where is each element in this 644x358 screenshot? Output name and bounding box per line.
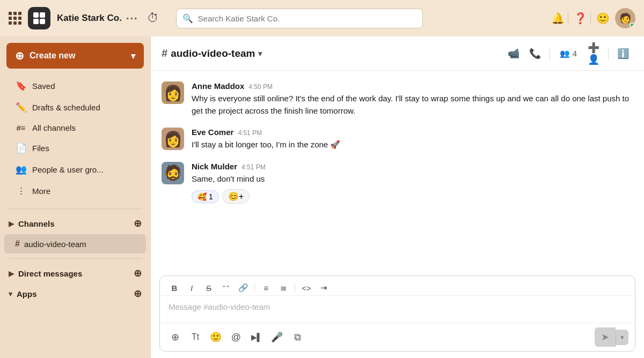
topbar-icons: 🔔 ❓ 🙂 🧑 <box>547 8 635 28</box>
reaction-love[interactable]: 🥰 1 <box>192 190 219 203</box>
message-3: 🧔 Nick Mulder 4:51 PM Same, don't mind u… <box>162 162 633 204</box>
messages-area: 👩 Anne Maddox 4:50 PM Why is everyone st… <box>151 71 644 275</box>
member-count[interactable]: 👥 4 <box>554 46 582 62</box>
message-content: Nick Mulder 4:51 PM Same, don't mind us … <box>192 162 633 204</box>
mention-icon[interactable]: @ <box>228 329 245 346</box>
send-button[interactable]: ➤ <box>595 327 616 347</box>
grid-icon[interactable] <box>9 12 21 25</box>
channel-name-heading: audio-video-team <box>171 48 255 59</box>
search-bar[interactable]: 🔍 <box>176 9 423 28</box>
online-indicator <box>630 23 635 28</box>
message-author: Nick Mulder <box>192 162 237 171</box>
edit-icon: ✏️ <box>15 102 27 113</box>
sidebar-item-audio-video-team[interactable]: # audio-video-team <box>4 234 146 253</box>
avatar[interactable]: 🧑 <box>615 8 635 28</box>
quote-button[interactable]: " " <box>218 280 234 295</box>
message-time: 4:51 PM <box>238 129 262 137</box>
sidebar-item-files[interactable]: 📄 Files <box>4 138 146 159</box>
emoji-icon[interactable]: 🙂 <box>592 8 613 28</box>
strikethrough-button[interactable]: S <box>201 280 217 295</box>
sidebar-item-saved[interactable]: 🔖 Saved <box>4 76 146 96</box>
chevron-down-icon: ▾ <box>131 51 135 61</box>
message-1: 👩 Anne Maddox 4:50 PM Why is everyone st… <box>162 81 633 117</box>
italic-button[interactable]: I <box>184 280 200 295</box>
message-reactions: 🥰 1 😊+ <box>192 189 633 204</box>
channels-label: Channels <box>18 219 55 228</box>
help-icon[interactable]: ❓ <box>570 8 590 28</box>
separator <box>608 47 609 60</box>
sidebar-item-people[interactable]: 👥 People & user gro... <box>4 159 146 180</box>
history-icon[interactable]: ⏱ <box>147 11 159 25</box>
sidebar-item-all-channels[interactable]: #≡ All channels <box>4 118 146 137</box>
divider <box>9 208 142 209</box>
avatar-nick: 🧔 <box>162 162 184 184</box>
apps-section[interactable]: ▾ Apps ⊕ <box>0 284 150 304</box>
message-author: Eve Comer <box>192 128 233 137</box>
code-button[interactable]: <> <box>298 280 314 295</box>
video-icon[interactable]: 📹 <box>503 43 524 64</box>
sidebar: ⊕ Create new ▾ 🔖 Saved ✏️ Drafts & sched… <box>0 36 150 358</box>
apps-label: Apps <box>17 289 37 299</box>
add-member-icon[interactable]: ➕👤 <box>583 43 604 64</box>
bold-button[interactable]: B <box>166 280 182 295</box>
message-author: Anne Maddox <box>192 81 244 91</box>
reaction-count: 1 <box>209 192 213 201</box>
info-icon[interactable]: ℹ️ <box>613 43 633 64</box>
app-logo[interactable] <box>28 7 50 29</box>
workspace-name[interactable]: Katie Stark Co. ··· <box>57 12 138 25</box>
add-reaction-button[interactable]: 😊+ <box>222 189 250 204</box>
message-input[interactable]: Message #audio-video-team <box>160 296 635 323</box>
message-composer: B I S " " 🔗 ≡ ≣ <> ⇥ Message #audio-vide… <box>159 275 635 352</box>
unordered-list-button[interactable]: ≣ <box>275 280 291 295</box>
add-channel-icon[interactable]: ⊕ <box>134 218 142 229</box>
separator <box>295 283 295 293</box>
message-time: 4:50 PM <box>248 83 273 91</box>
separator <box>550 47 550 60</box>
add-content-icon[interactable]: ⊕ <box>166 329 184 346</box>
sidebar-item-label: People & user gro... <box>32 165 104 174</box>
message-header: Eve Comer 4:51 PM <box>192 128 633 137</box>
chat-header: # audio-video-team ▾ 📹 📞 👥 4 ➕👤 ℹ️ <box>151 36 644 71</box>
message-text: Same, don't mind us <box>192 173 633 185</box>
sidebar-item-label: More <box>32 187 50 196</box>
add-dm-icon[interactable]: ⊕ <box>134 267 142 279</box>
channel-title[interactable]: # audio-video-team ▾ <box>162 47 262 59</box>
chevron-right-icon: ▶ <box>9 270 14 278</box>
channels-section[interactable]: ▶ Channels ⊕ <box>0 213 150 234</box>
search-input[interactable] <box>176 9 423 28</box>
workspace-menu-icon[interactable]: ··· <box>126 12 138 25</box>
message-text: I'll stay a bit longer too, I'm in the z… <box>192 139 633 151</box>
sidebar-item-label: Saved <box>32 81 55 91</box>
search-icon: 🔍 <box>182 13 193 24</box>
sidebar-item-drafts[interactable]: ✏️ Drafts & scheduled <box>4 97 146 118</box>
svg-rect-0 <box>33 12 39 18</box>
reaction-emoji: 🥰 <box>197 192 207 201</box>
avatar-eve: 👩 <box>162 128 184 150</box>
text-format-icon[interactable]: Tt <box>187 329 204 346</box>
ordered-list-button[interactable]: ≡ <box>258 280 274 295</box>
direct-messages-section[interactable]: ▶ Direct messages ⊕ <box>0 263 150 284</box>
sidebar-item-label: All channels <box>32 123 76 132</box>
screen-share-icon[interactable]: ⧉ <box>289 329 306 346</box>
message-time: 4:51 PM <box>241 163 266 171</box>
create-new-button[interactable]: ⊕ Create new ▾ <box>6 43 144 69</box>
sidebar-item-more[interactable]: ⋮ More <box>4 181 146 202</box>
link-button[interactable]: 🔗 <box>235 280 251 295</box>
plus-icon: ⊕ <box>15 49 24 62</box>
emoji-picker-icon[interactable]: 🙂 <box>207 329 224 346</box>
phone-icon[interactable]: 📞 <box>525 43 545 64</box>
message-header: Anne Maddox 4:50 PM <box>192 81 633 91</box>
code-block-button[interactable]: ⇥ <box>316 280 332 295</box>
divider <box>9 258 142 259</box>
message-content: Anne Maddox 4:50 PM Why is everyone stil… <box>192 81 633 117</box>
add-app-icon[interactable]: ⊕ <box>134 288 142 300</box>
send-options-chevron[interactable]: ▾ <box>616 330 628 345</box>
message-2: 👩 Eve Comer 4:51 PM I'll stay a bit long… <box>162 128 633 151</box>
message-content: Eve Comer 4:51 PM I'll stay a bit longer… <box>192 128 633 151</box>
bell-icon[interactable]: 🔔 <box>547 8 568 28</box>
audio-icon[interactable]: 🎤 <box>268 329 286 346</box>
send-button-group: ➤ ▾ <box>595 327 628 347</box>
sidebar-nav: 🔖 Saved ✏️ Drafts & scheduled #≡ All cha… <box>0 73 150 204</box>
svg-rect-2 <box>33 19 39 24</box>
gif-icon[interactable]: ▶▌ <box>248 329 265 346</box>
